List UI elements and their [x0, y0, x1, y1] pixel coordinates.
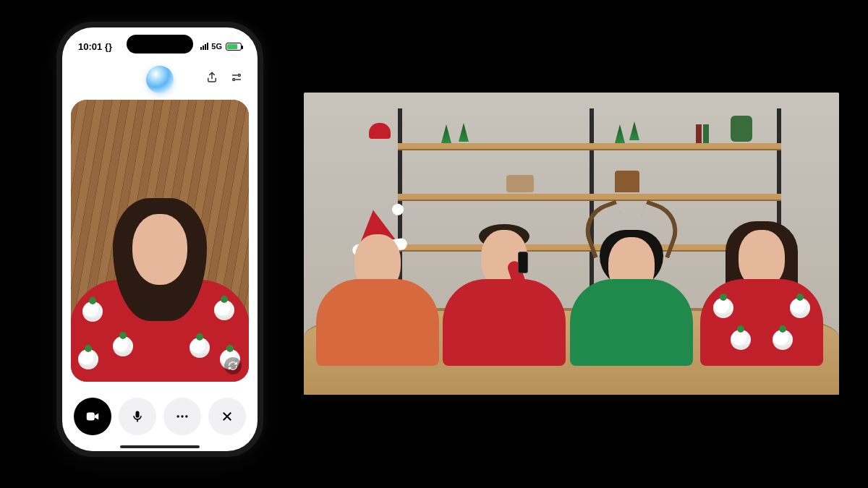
- camera-subject: [77, 182, 243, 382]
- santa-hat-icon: [369, 123, 391, 139]
- battery-icon: [226, 43, 242, 51]
- svg-point-4: [177, 415, 179, 417]
- plant-icon: [731, 116, 752, 142]
- person-long-hair-santa-sweater: [700, 192, 823, 366]
- person-santa-hat: [320, 192, 435, 366]
- svg-rect-3: [136, 411, 140, 418]
- svg-point-5: [181, 415, 183, 417]
- cellular-signal-icon: [200, 43, 208, 50]
- share-icon[interactable]: [205, 71, 218, 84]
- phone-screen: 10:01 {} 5G: [62, 27, 258, 451]
- panel-people: [304, 178, 839, 366]
- book-icon: [703, 124, 709, 143]
- iphone-mockup: 10:01 {} 5G: [56, 22, 263, 457]
- app-header: [62, 62, 258, 97]
- svg-point-1: [233, 79, 235, 81]
- more-options-button[interactable]: [163, 398, 201, 435]
- close-button[interactable]: [208, 398, 246, 435]
- mini-tree-icon: [615, 124, 625, 143]
- mini-tree-icon: [459, 123, 469, 142]
- network-label: 5G: [211, 42, 222, 51]
- microphone-button[interactable]: [119, 398, 156, 435]
- handheld-phone-icon: [518, 252, 528, 273]
- presentation-stage: 10:01 {} 5G: [0, 0, 868, 488]
- camera-flip-button[interactable]: [224, 357, 242, 374]
- sliders-icon[interactable]: [230, 71, 243, 84]
- studio-video-feed: [304, 93, 839, 395]
- mini-tree-icon: [441, 124, 451, 143]
- subject-face: [132, 214, 187, 285]
- dynamic-island: [127, 35, 193, 53]
- status-right: 5G: [200, 42, 242, 51]
- camera-live-view[interactable]: [71, 100, 249, 382]
- assistant-avatar-orb[interactable]: [146, 66, 174, 93]
- svg-rect-2: [87, 413, 95, 421]
- status-time: 10:01 {}: [78, 41, 112, 52]
- svg-point-6: [185, 415, 187, 417]
- home-indicator[interactable]: [120, 445, 200, 448]
- call-controls: [62, 398, 258, 442]
- person-holding-phone: [446, 192, 562, 366]
- person-reindeer-antlers: [574, 192, 689, 366]
- book-icon: [696, 124, 702, 143]
- video-button[interactable]: [74, 398, 111, 435]
- svg-point-0: [238, 74, 240, 77]
- mini-tree-icon: [629, 121, 639, 140]
